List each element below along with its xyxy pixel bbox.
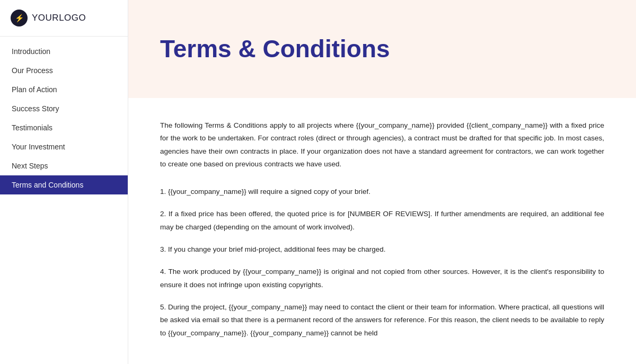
terms-item: 4. The work produced by {{your_company_n… bbox=[160, 265, 604, 291]
terms-list: 1. {{your_company_name}} will require a … bbox=[160, 185, 604, 340]
hero-banner: Terms & Conditions bbox=[128, 0, 636, 98]
terms-item: 3. If you change your brief mid-project,… bbox=[160, 243, 604, 256]
sidebar-item-plan-of-action[interactable]: Plan of Action bbox=[0, 80, 128, 99]
terms-item: 2. If a fixed price has been offered, th… bbox=[160, 208, 604, 234]
sidebar-item-your-investment[interactable]: Your Investment bbox=[0, 137, 128, 156]
lightning-icon: ⚡ bbox=[15, 14, 24, 22]
sidebar-item-introduction[interactable]: Introduction bbox=[0, 42, 128, 61]
logo-area: ⚡ YOURLOGO bbox=[0, 0, 128, 37]
content-body: The following Terms & Conditions apply t… bbox=[128, 98, 636, 364]
sidebar-item-our-process[interactable]: Our Process bbox=[0, 61, 128, 80]
sidebar-item-next-steps[interactable]: Next Steps bbox=[0, 156, 128, 175]
page-title: Terms & Conditions bbox=[160, 35, 390, 63]
logo-text: YOURLOGO bbox=[32, 13, 86, 23]
terms-item: 1. {{your_company_name}} will require a … bbox=[160, 185, 604, 198]
main-content: Terms & Conditions The following Terms &… bbox=[128, 0, 636, 364]
logo-bold: YOUR bbox=[32, 13, 59, 23]
logo-light: LOGO bbox=[59, 13, 86, 23]
sidebar: ⚡ YOURLOGO IntroductionOur ProcessPlan o… bbox=[0, 0, 128, 364]
terms-item: 5. During the project, {{your_company_na… bbox=[160, 301, 604, 340]
sidebar-item-success-story[interactable]: Success Story bbox=[0, 99, 128, 118]
logo-icon: ⚡ bbox=[11, 10, 28, 26]
intro-paragraph: The following Terms & Conditions apply t… bbox=[160, 119, 604, 171]
sidebar-item-testimonials[interactable]: Testimonials bbox=[0, 118, 128, 137]
sidebar-item-terms-and-conditions[interactable]: Terms and Conditions bbox=[0, 175, 128, 194]
sidebar-nav: IntroductionOur ProcessPlan of ActionSuc… bbox=[0, 42, 128, 194]
